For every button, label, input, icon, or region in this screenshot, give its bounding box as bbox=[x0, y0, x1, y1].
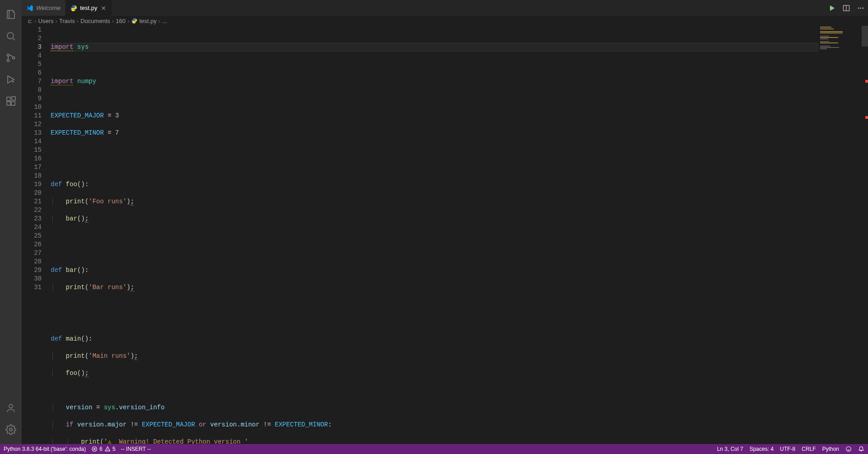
split-editor-icon[interactable] bbox=[843, 5, 850, 12]
activity-bar bbox=[0, 0, 22, 444]
svg-point-1 bbox=[7, 54, 9, 56]
more-actions-icon[interactable] bbox=[857, 5, 864, 12]
breadcrumb-item[interactable]: c: bbox=[28, 18, 33, 24]
status-indentation[interactable]: Spaces: 4 bbox=[750, 446, 774, 452]
status-language[interactable]: Python bbox=[822, 446, 839, 452]
svg-point-4 bbox=[13, 81, 14, 82]
svg-rect-5 bbox=[7, 97, 10, 101]
status-cursor-position[interactable]: Ln 3, Col 7 bbox=[717, 446, 743, 452]
svg-point-10 bbox=[9, 428, 12, 431]
svg-point-3 bbox=[13, 57, 15, 59]
svg-point-2 bbox=[7, 60, 9, 62]
svg-rect-7 bbox=[11, 102, 15, 105]
tab-testpy[interactable]: test.py bbox=[66, 0, 112, 16]
svg-point-0 bbox=[7, 33, 14, 39]
editor-region: Welcome test.py bbox=[22, 0, 868, 444]
run-debug-icon[interactable] bbox=[0, 69, 22, 90]
minimap[interactable] bbox=[818, 26, 868, 444]
status-eol[interactable]: CRLF bbox=[802, 446, 816, 452]
svg-point-16 bbox=[846, 447, 851, 452]
status-python-interpreter[interactable]: Python 3.8.3 64-bit ('base': conda) bbox=[4, 446, 86, 452]
svg-point-13 bbox=[860, 7, 862, 9]
extensions-icon[interactable] bbox=[0, 90, 22, 112]
breadcrumb-item[interactable]: test.py bbox=[139, 18, 156, 24]
code-editor[interactable]: 1234567891011121314151617181920212223242… bbox=[22, 26, 868, 444]
tab-welcome-label: Welcome bbox=[36, 5, 61, 11]
breadcrumb-item[interactable]: Documents bbox=[80, 18, 110, 24]
line-number-gutter: 1234567891011121314151617181920212223242… bbox=[22, 26, 51, 444]
python-file-icon bbox=[70, 5, 77, 12]
tab-testpy-label: test.py bbox=[80, 5, 97, 11]
tab-bar: Welcome test.py bbox=[22, 0, 868, 16]
breadcrumb[interactable]: c:› Users› Travis› Documents› 160› test.… bbox=[22, 16, 868, 26]
tab-welcome[interactable]: Welcome bbox=[22, 0, 66, 16]
status-encoding[interactable]: UTF-8 bbox=[780, 446, 795, 452]
breadcrumb-item[interactable]: Users bbox=[38, 18, 53, 24]
accounts-icon[interactable] bbox=[0, 397, 22, 419]
svg-rect-8 bbox=[12, 97, 15, 100]
source-control-icon[interactable] bbox=[0, 47, 22, 69]
vscode-icon bbox=[26, 5, 33, 12]
settings-gear-icon[interactable] bbox=[0, 419, 22, 440]
close-icon[interactable] bbox=[100, 5, 107, 12]
svg-point-9 bbox=[9, 404, 13, 408]
search-icon[interactable] bbox=[0, 25, 22, 47]
status-bar: Python 3.8.3 64-bit ('base': conda) 6 5 … bbox=[0, 444, 868, 454]
status-problems[interactable]: 6 5 bbox=[91, 446, 115, 452]
svg-rect-6 bbox=[7, 102, 10, 105]
breadcrumb-item[interactable]: ... bbox=[162, 18, 167, 24]
breadcrumb-item[interactable]: 160 bbox=[116, 18, 126, 24]
svg-point-14 bbox=[863, 7, 864, 9]
explorer-icon[interactable] bbox=[0, 4, 22, 25]
status-vim-mode: -- INSERT -- bbox=[121, 446, 151, 452]
breadcrumb-item[interactable]: Travis bbox=[59, 18, 75, 24]
svg-point-12 bbox=[858, 7, 859, 9]
notifications-icon[interactable] bbox=[858, 446, 864, 452]
run-icon[interactable] bbox=[828, 5, 835, 12]
feedback-icon[interactable] bbox=[845, 446, 852, 452]
python-file-icon bbox=[131, 18, 137, 24]
